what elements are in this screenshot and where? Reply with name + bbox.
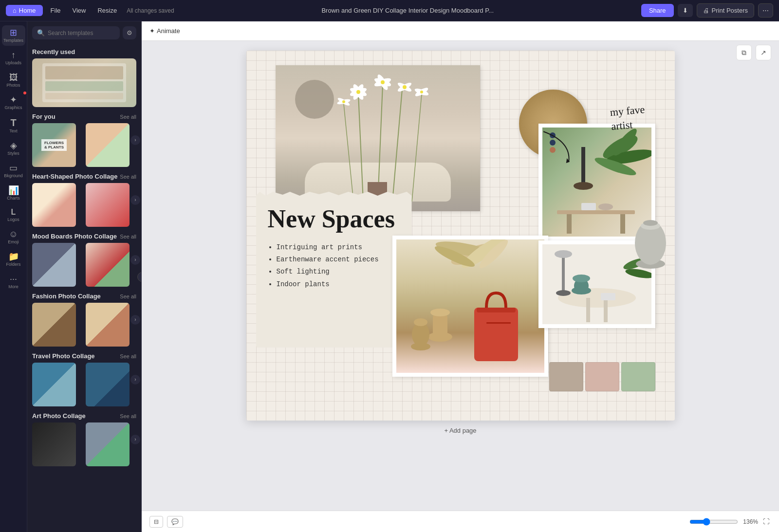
template-thumb[interactable]	[86, 123, 130, 167]
more-label: More	[8, 284, 19, 289]
sidebar-item-background[interactable]: ▭ Bkground	[2, 161, 25, 181]
art-next-arrow[interactable]: ›	[130, 435, 140, 444]
sidebar-item-emoji[interactable]: ☺ Emoji	[2, 227, 25, 247]
template-thumb[interactable]	[32, 183, 76, 227]
comment-button[interactable]: 💬	[167, 516, 183, 528]
mood-boards-next-arrow[interactable]: ›	[130, 255, 140, 265]
template-thumb[interactable]	[32, 422, 76, 466]
more-options-button[interactable]: ⋯	[758, 3, 773, 18]
page-layout-icon: ⊟	[154, 518, 159, 525]
for-you-next-arrow[interactable]: ›	[130, 135, 140, 145]
recently-used-header: Recently used	[32, 48, 136, 55]
decorative-vase	[631, 216, 670, 270]
sidebar-item-photos[interactable]: 🖼 Photos	[2, 70, 25, 91]
template-thumb[interactable]	[86, 243, 130, 287]
for-you-see-all[interactable]: See all	[120, 114, 136, 120]
zoom-slider[interactable]	[689, 518, 738, 526]
mood-boards-see-all[interactable]: See all	[120, 234, 136, 239]
search-icon: 🔍	[37, 29, 45, 37]
svg-point-60	[556, 290, 571, 296]
canvas-scroll[interactable]: my faveartist New Spaces Intriguing art …	[142, 41, 779, 511]
main-photo-frame[interactable]	[276, 65, 480, 211]
svg-rect-31	[620, 214, 625, 234]
svg-rect-41	[433, 312, 447, 339]
svg-point-33	[598, 203, 613, 210]
sidebar-item-uploads[interactable]: ↑ Uploads	[2, 48, 25, 68]
moodboard-canvas[interactable]: my faveartist New Spaces Intriguing art …	[246, 51, 675, 421]
home-button[interactable]: ⌂ Home	[6, 5, 43, 16]
template-thumb[interactable]	[86, 183, 130, 227]
page-layout-button[interactable]: ⊟	[149, 516, 163, 528]
svg-point-9	[356, 90, 360, 94]
fullscreen-button[interactable]: ⛶	[761, 516, 771, 527]
print-button[interactable]: 🖨 Print Posters	[697, 3, 754, 18]
svg-rect-56	[601, 293, 615, 300]
travel-next-arrow[interactable]: ›	[130, 375, 140, 385]
svg-line-3	[344, 104, 353, 202]
panel-scroll[interactable]: Recently used For you See all	[27, 42, 141, 532]
view-menu[interactable]: View	[69, 5, 90, 16]
art-title: Art Photo Collage	[32, 412, 86, 420]
emoji-icon: ☺	[9, 230, 18, 238]
search-input[interactable]	[48, 30, 115, 37]
sidebar-item-styles[interactable]: ◈ Styles	[2, 138, 25, 159]
template-thumb[interactable]	[32, 363, 76, 406]
sidebar-item-graphics[interactable]: ✦ Graphics	[2, 92, 25, 113]
travel-see-all[interactable]: See all	[120, 353, 136, 359]
template-thumb[interactable]	[32, 303, 76, 347]
add-page-button[interactable]: + Add page	[444, 427, 476, 434]
sparkle-icon: ✦	[149, 27, 155, 35]
recent-template-thumb[interactable]	[32, 58, 136, 107]
sidebar-item-charts[interactable]: 📊 Charts	[2, 183, 25, 203]
styles-label: Styles	[7, 151, 19, 156]
animate-button[interactable]: ✦ Animate	[149, 27, 180, 35]
svg-rect-52	[604, 298, 608, 322]
photos-label: Photos	[6, 83, 20, 88]
background-label: Bkground	[4, 173, 23, 178]
copy-icon-button[interactable]: ⧉	[736, 45, 752, 60]
bottom-photo	[396, 239, 544, 373]
search-input-wrap[interactable]: 🔍	[32, 26, 120, 39]
template-thumb[interactable]	[32, 243, 76, 287]
file-menu[interactable]: File	[47, 5, 65, 16]
travel-title: Travel Photo Collage	[32, 352, 95, 360]
art-section: Art Photo Collage See all ›	[32, 412, 136, 466]
fashion-next-arrow[interactable]: ›	[130, 315, 140, 325]
template-thumb[interactable]: FLOWERS& PLANTS	[32, 123, 76, 167]
art-see-all[interactable]: See all	[120, 413, 136, 419]
mood-boards-header: Mood Boards Photo Collage See all	[32, 233, 136, 240]
resize-menu[interactable]: Resize	[93, 5, 121, 16]
fashion-see-all[interactable]: See all	[120, 294, 136, 299]
topbar: ⌂ Home File View Resize All changes save…	[0, 0, 779, 21]
sidebar-item-logos[interactable]: L Logos	[2, 205, 25, 225]
sidebar-item-more[interactable]: ··· More	[2, 272, 25, 292]
zoom-level: 136%	[741, 518, 758, 525]
template-thumb[interactable]	[86, 363, 130, 406]
main-photo	[276, 65, 480, 211]
swatch-brown	[549, 362, 583, 391]
svg-rect-51	[586, 298, 590, 322]
heart-shaped-see-all[interactable]: See all	[120, 174, 136, 180]
sidebar-item-folders[interactable]: 📁 Folders	[2, 249, 25, 270]
template-thumb[interactable]	[86, 422, 130, 466]
template-thumb[interactable]	[86, 303, 130, 347]
more-icon: ···	[10, 275, 17, 283]
heart-shaped-next-arrow[interactable]: ›	[130, 195, 140, 205]
bullet-item: Indoor plants	[277, 278, 400, 291]
swatch-pink	[585, 362, 619, 391]
art-header: Art Photo Collage See all	[32, 412, 136, 420]
share-button[interactable]: Share	[641, 4, 674, 17]
for-you-title: For you	[32, 113, 56, 120]
bottom-left-controls: ⊟ 💬	[149, 516, 183, 528]
fullscreen-icon: ⛶	[763, 518, 769, 525]
sidebar-item-text[interactable]: T Text	[2, 115, 25, 136]
main-layout: ⊞ Templates ↑ Uploads 🖼 Photos ✦ Graphic…	[0, 21, 779, 532]
download-button[interactable]: ⬇	[678, 4, 693, 17]
recently-used-title: Recently used	[32, 48, 75, 55]
external-link-button[interactable]: ↗	[756, 45, 771, 60]
filter-button[interactable]: ⚙	[123, 26, 136, 39]
sidebar-item-templates[interactable]: ⊞ Templates	[2, 25, 25, 46]
heart-shaped-header: Heart-Shaped Photo Collage See all	[32, 173, 136, 180]
bottom-photo-frame[interactable]	[392, 236, 548, 377]
svg-point-42	[430, 309, 450, 316]
